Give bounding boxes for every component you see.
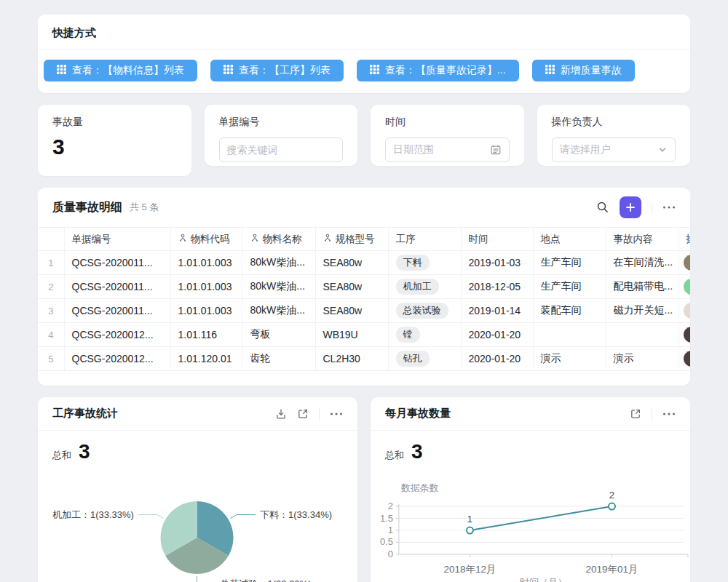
cell-process: 钻孔: [388, 347, 461, 371]
calendar-icon: [490, 144, 502, 156]
monthly-line-chart: 数据条数00.511.522018年12月2019年01月12时间（月）: [371, 468, 690, 582]
row-index: 1: [38, 251, 64, 275]
table-row[interactable]: 4QCSG-2020012...1.01.116弯板WB19U镗2020-01-…: [38, 323, 690, 347]
operator-select-placeholder: 请选择用户: [560, 143, 611, 156]
cell-material-code: 1.01.120.01: [170, 347, 242, 371]
add-record-button[interactable]: [620, 196, 641, 218]
expand-icon[interactable]: [297, 408, 309, 420]
cell-spec: WB19U: [315, 323, 388, 347]
search-icon[interactable]: [596, 201, 609, 214]
incident-count-card: 事故量 3: [38, 105, 191, 176]
cell-process: 镗: [388, 323, 461, 347]
avatar: [684, 279, 691, 295]
data-point: [467, 527, 473, 533]
process-pie-chart: 下料：1(33.34%)总装试验：1(33.33%)机加工：1(33.33%): [38, 468, 357, 582]
shortcut-button-3[interactable]: 新增质量事故: [532, 60, 635, 81]
y-tick-label: 2: [388, 501, 393, 511]
shortcut-button-1[interactable]: 查看：【工序】列表: [210, 60, 344, 81]
cell-material-code: 1.01.01.003: [170, 275, 242, 299]
pie-leader-line: [197, 576, 216, 582]
more-icon[interactable]: [330, 412, 343, 416]
column-header: 地点: [533, 228, 606, 251]
doc-no-label: 单据编号: [219, 116, 344, 129]
process-chart-card: 工序事故统计: [38, 397, 357, 582]
data-point-label: 2: [609, 490, 614, 501]
chevron-down-icon: [657, 145, 668, 155]
table-card-header: 质量事故明细 共 5 条: [38, 188, 690, 227]
divider: [319, 408, 320, 420]
pie-leader-line: [230, 514, 256, 518]
cell-doc-no: QCSG-2020011...: [64, 299, 170, 323]
table-row[interactable]: 3QCSG-2020011...1.01.01.00380kW柴油...SEA8…: [38, 299, 690, 323]
cell-material-name: 80kW柴油...: [242, 275, 315, 299]
sum-label: 总和: [385, 449, 404, 462]
expand-icon[interactable]: [630, 408, 641, 420]
column-header: 物料代码: [170, 228, 242, 251]
monthly-chart-header: 每月事故数量: [371, 397, 690, 431]
table-row[interactable]: 5QCSG-2020012...1.01.120.01齿轮CL2H30钻孔202…: [38, 347, 690, 371]
y-tick-label: 0: [388, 549, 393, 559]
process-chart-header: 工序事故统计: [38, 397, 357, 431]
column-header: 规格型号: [315, 228, 388, 251]
avatar: [684, 255, 691, 271]
pie-label: 下料：1(33.34%): [260, 509, 332, 520]
shortcut-button-2[interactable]: 查看：【质量事故记录】...: [357, 60, 519, 81]
monthly-chart-card: 每月事故数量 总: [371, 397, 690, 582]
cell-content: 演示: [606, 347, 678, 371]
cell-date: 2019-01-03: [461, 251, 533, 275]
cell-location: [533, 323, 606, 347]
cell-operator: [678, 275, 690, 299]
shortcut-button-0[interactable]: 查看：【物料信息】列表: [44, 60, 197, 81]
incident-table-card: 质量事故明细 共 5 条: [38, 188, 690, 386]
cell-spec: CL2H30: [315, 347, 388, 371]
cell-doc-no: QCSG-2020012...: [64, 323, 170, 347]
more-icon[interactable]: [662, 205, 676, 210]
cell-material-code: 1.01.01.003: [170, 251, 242, 275]
relation-icon: [250, 234, 259, 244]
shortcuts-button-row: 查看：【物料信息】列表查看：【工序】列表查看：【质量事故记录】...新增质量事故: [38, 49, 690, 93]
y-tick-label: 1: [388, 525, 393, 535]
grid-icon: [545, 65, 555, 76]
sum-value: 3: [79, 441, 90, 463]
relation-icon: [178, 234, 187, 244]
process-tag: 钻孔: [396, 351, 430, 367]
avatar: [684, 327, 691, 343]
doc-no-search-input[interactable]: [219, 137, 344, 162]
cell-location: 演示: [533, 347, 606, 371]
shortcuts-title: 快捷方式: [38, 15, 690, 49]
cell-spec: SEA80w: [315, 275, 388, 299]
row-index: 2: [38, 275, 64, 299]
cell-doc-no: QCSG-2020011...: [64, 251, 170, 275]
cell-content: 磁力开关短...: [606, 299, 678, 323]
cell-material-name: 80kW柴油...: [242, 251, 315, 275]
table-row[interactable]: 2QCSG-2020011...1.01.01.00380kW柴油...SEA8…: [38, 275, 690, 299]
cell-doc-no: QCSG-2020011...: [64, 275, 170, 299]
cell-material-code: 1.01.116: [170, 323, 242, 347]
y-tick-label: 0.5: [380, 536, 393, 547]
download-icon[interactable]: [275, 408, 287, 420]
table-row[interactable]: 1QCSG-2020011...1.01.01.00380kW柴油...SEA8…: [38, 251, 690, 275]
cell-process: 总装试验: [388, 299, 461, 323]
data-point-label: 1: [467, 514, 472, 525]
column-header: 事故内容: [606, 228, 678, 251]
x-tick-label: 2018年12月: [444, 564, 496, 575]
more-icon[interactable]: [662, 412, 676, 416]
cell-process: 下料: [388, 251, 461, 275]
incident-table: 单据编号物料代码物料名称规格型号工序时间地点事故内容操作负责人 1QCSG-20…: [38, 227, 690, 371]
grid-icon: [223, 65, 233, 76]
grid-icon: [57, 65, 66, 76]
date-range-input[interactable]: 日期范围: [385, 137, 510, 162]
row-index: 5: [38, 347, 64, 371]
column-header: 单据编号: [64, 228, 170, 251]
operator-select[interactable]: 请选择用户: [552, 137, 676, 162]
table-title: 质量事故明细: [52, 200, 122, 215]
divider: [652, 202, 652, 213]
column-header: 操作负责人: [678, 228, 690, 251]
process-chart-title: 工序事故统计: [52, 407, 118, 420]
charts-row: 工序事故统计: [38, 397, 690, 582]
cell-doc-no: QCSG-2020012...: [64, 347, 170, 371]
process-tag: 镗: [396, 327, 420, 343]
dashboard: 快捷方式 查看：【物料信息】列表查看：【工序】列表查看：【质量事故记录】...新…: [0, 0, 728, 582]
cell-date: 2018-12-05: [461, 275, 533, 299]
cell-location: 生产车间: [533, 251, 606, 275]
